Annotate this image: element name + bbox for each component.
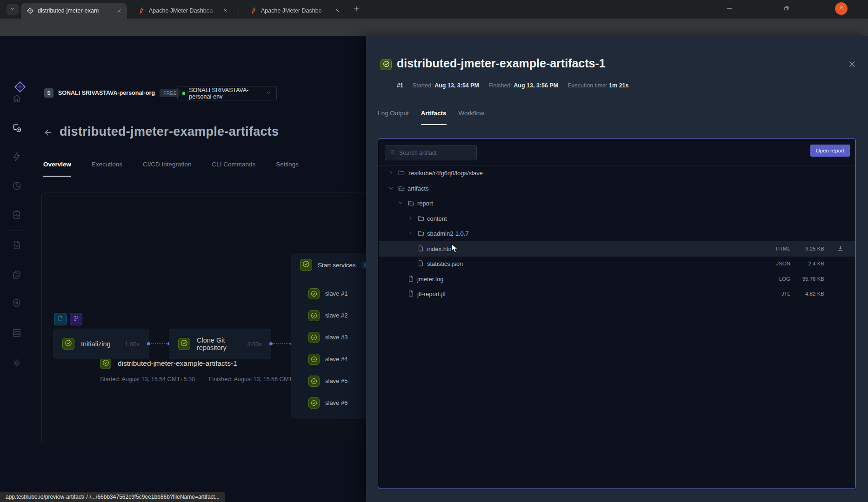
meta-item: Finished: Aug 13, 3:56 PM [488,82,558,89]
chevron-right-icon[interactable] [407,215,414,221]
tree-file-row[interactable]: index.htmlHTML9.25 KB [379,241,855,257]
drawer-title: distributed-jmeter-example-artifacts-1 [397,57,606,70]
drawer-tab-workflow[interactable]: Workflow [459,110,484,122]
tab-close-button[interactable] [334,7,342,15]
minimize-button[interactable] [723,3,735,15]
tab-close-button[interactable] [221,7,230,15]
new-tab-button[interactable] [350,4,362,16]
slave-label: slave #1 [325,290,347,297]
tab-search-button[interactable] [7,4,19,15]
browser-tab[interactable]: distributed-jmeter-exam [21,3,127,19]
slave-label: slave #5 [325,377,347,384]
env-name: SONALI SRIVASTAVA-personal-env [189,87,262,100]
chevron-down-icon[interactable] [398,200,404,206]
workflow-connector [271,343,292,344]
tree-file-row[interactable]: jtl-report.jtlJTL4.82 KB [379,286,855,302]
workflow-node-clone-git[interactable]: Clone Git repository 3.00s [169,329,271,359]
tree-file-row[interactable]: statistics.jsonJSON2.4 KB [379,256,855,271]
sidebar-item-server-rows[interactable] [8,324,25,341]
page-tabs: OverviewExecutionsCI/CD IntegrationCLI C… [43,161,299,172]
browser-tabstrip: distributed-jmeter-examApache JMeter Das… [0,0,868,19]
tree-folder-row[interactable]: report [379,196,855,211]
file-icon [407,275,414,282]
tree-folder-row[interactable]: sbadmin2-1.0.7 [379,226,855,241]
tree-item-name: content [427,215,447,222]
minimize-icon [726,5,733,14]
tab-title: Apache JMeter Dashbo [261,7,331,14]
chevron-right-icon[interactable] [407,230,414,236]
meta-item: Started: Aug 13, 3:54 PM [413,82,479,89]
browser-tab[interactable]: Apache JMeter Dashbo [244,3,346,19]
back-to-list-button[interactable] [44,128,53,139]
gear-icon [12,358,22,368]
folder-icon [417,215,425,222]
sidebar-item-docs-multi[interactable] [8,266,25,283]
tab-title: Apache JMeter Dashboa [149,7,219,14]
browser-tab[interactable]: Apache JMeter Dashboa [132,3,234,19]
chevron-down-icon[interactable] [388,185,394,191]
node-label: Clone Git repository [197,337,240,351]
sidebar-item-home[interactable] [8,90,25,107]
tab-ci-cd-integration[interactable]: CI/CD Integration [143,161,191,172]
download-file-icon[interactable] [837,245,844,252]
group-label: Start services [318,262,356,269]
workflow-node-initializing[interactable]: Initializing 1.00s [53,329,149,359]
maximize-button[interactable] [780,3,792,15]
sidebar-divider [9,231,26,231]
tab-close-button[interactable] [115,7,123,15]
sidebar-item-doc-check[interactable] [8,237,25,253]
chevron-down-icon [9,6,16,14]
tree-folder-row[interactable]: content [379,211,855,226]
tree-folder-row[interactable]: artifacts [379,181,855,196]
sidebar-item-add-workflow[interactable] [8,119,25,136]
tab-settings[interactable]: Settings [276,161,299,172]
sidebar-item-gear[interactable] [8,355,25,371]
tree-file-row[interactable]: jmeter.logLOG35.76 KB [379,271,855,287]
artifact-search[interactable] [385,145,477,160]
docs-multi-icon [12,270,22,280]
plus-icon [353,5,360,14]
sidebar-item-lightning[interactable] [8,148,25,165]
meta-item: Execution time: 1m 21s [568,82,628,89]
search-input[interactable] [399,150,464,156]
home-icon [12,93,22,104]
chevron-down-icon [266,89,272,98]
tab-overview[interactable]: Overview [43,161,71,172]
sidebar-item-clipboard-pulse[interactable] [8,206,25,223]
drawer-close-button[interactable] [848,59,857,71]
add-workflow-icon [12,123,22,133]
success-check-icon [62,338,74,350]
tab-executions[interactable]: Executions [92,161,122,172]
file-size-label: 4.82 KB [805,291,824,297]
slave-label: slave #4 [325,356,347,363]
open-report-button[interactable]: Open report [810,145,850,157]
close-window-button[interactable] [835,2,848,15]
env-status-dot [182,92,185,95]
environment-selector[interactable]: SONALI SRIVASTAVA-personal-env [177,86,277,100]
app-root: S SONALI SRIVASTAVA-personal-org FREE SO… [0,36,868,502]
file-type-label: JSON [776,261,790,266]
sidebar-item-pie-chart[interactable] [8,178,25,194]
success-check-icon [308,310,320,321]
tree-item-name: statistics.json [427,260,463,267]
org-selector[interactable]: S SONALI SRIVASTAVA-personal-org FREE [44,86,191,99]
file-icon [57,315,64,324]
tree-folder-row[interactable]: .testkube/r4fg6q0/logs/slave [379,165,855,181]
screen: distributed-jmeter-examApache JMeter Das… [0,0,868,502]
file-type-label: LOG [779,276,790,282]
tree-item-name: sbadmin2-1.0.7 [427,230,469,237]
maximize-icon [783,5,790,14]
artifact-badge-button[interactable] [54,313,67,325]
drawer-tab-log-output[interactable]: Log Output [378,110,409,122]
tab-cli-commands[interactable]: CLI Commands [212,161,255,172]
chevron-right-icon[interactable] [388,170,394,176]
drawer-tab-artifacts[interactable]: Artifacts [421,110,447,122]
node-duration: 1.00s [125,341,140,348]
success-check-icon [300,259,312,271]
sidebar-item-shield-gear[interactable] [8,295,25,311]
server-rows-icon [12,328,22,338]
shield-gear-icon [12,298,22,308]
file-size-label: 9.25 KB [805,246,824,251]
git-badge-button[interactable] [70,313,82,325]
folder-open-icon [398,185,405,192]
